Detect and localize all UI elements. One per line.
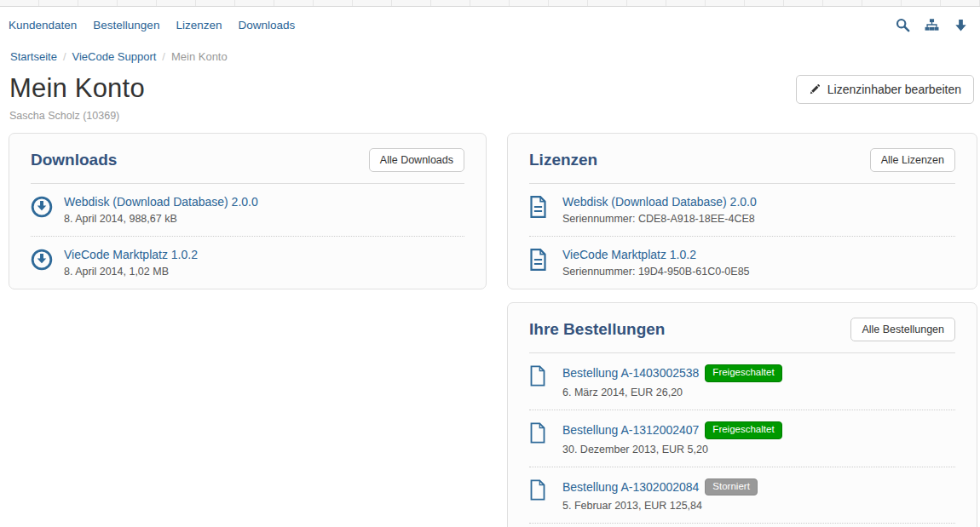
breadcrumb-current: Mein Konto (171, 50, 228, 63)
main-nav-links: Kundendaten Bestellungen Lizenzen Downlo… (9, 19, 311, 32)
file-icon (529, 478, 551, 513)
order-status-badge: Storniert (705, 478, 757, 496)
order-item-body: Bestellung A-1302002084 Storniert 5. Feb… (562, 478, 758, 513)
breadcrumb-startseite[interactable]: Startseite (10, 50, 57, 63)
page-title: Mein Konto (9, 74, 796, 103)
download-circle-icon[interactable] (31, 248, 53, 278)
nav-item-bestellungen[interactable]: Bestellungen (93, 19, 159, 32)
page-titles: Mein Konto Sascha Scholz (10369) (9, 74, 796, 122)
nav-item-downloads[interactable]: Downloads (238, 19, 295, 32)
order-item: Bestellung A-1302002084 Storniert 5. Feb… (529, 467, 955, 524)
download-item-body: VieCode Marktplatz 1.0.2 8. April 2014, … (64, 248, 198, 278)
download-circle-icon[interactable] (31, 195, 53, 225)
order-meta: 30. Dezember 2013, EUR 5,20 (562, 444, 782, 455)
order-status-badge: Freigeschaltet (705, 421, 781, 439)
download-item: Webdisk (Download Database) 2.0.0 8. Apr… (31, 184, 464, 236)
orders-panel-header: Ihre Bestellungen Alle Bestellungen (529, 303, 955, 353)
license-item: VieCode Marktplatz 1.0.2 Seriennummer: 1… (529, 236, 955, 289)
nav-icon-group (896, 18, 968, 32)
breadcrumb: Startseite/VieCode Support/Mein Konto (0, 43, 980, 63)
downloads-panel-header: Downloads Alle Downloads (31, 134, 464, 184)
license-link[interactable]: VieCode Marktplatz 1.0.2 (562, 248, 696, 261)
dashboard-panels: Downloads Alle Downloads Webdisk (Downlo… (0, 122, 980, 527)
download-item-body: Webdisk (Download Database) 2.0.0 8. Apr… (64, 195, 258, 225)
license-item-body: VieCode Marktplatz 1.0.2 Seriennummer: 1… (562, 248, 750, 278)
breadcrumb-separator: / (63, 50, 66, 63)
page-subtitle: Sascha Scholz (10369) (9, 110, 796, 122)
edit-license-holder-button[interactable]: Lizenzinhaber bearbeiten (796, 75, 974, 104)
license-item: Webdisk (Download Database) 2.0.0 Serien… (529, 184, 955, 236)
download-link[interactable]: VieCode Marktplatz 1.0.2 (64, 248, 198, 261)
file-icon (529, 364, 551, 398)
licenses-panel: Lizenzen Alle Lizenzen Webdisk (Download… (507, 133, 977, 289)
all-orders-button[interactable]: Alle Bestellungen (850, 318, 955, 341)
order-link[interactable]: Bestellung A-1302002084 (562, 480, 699, 494)
breadcrumb-viecode-support[interactable]: VieCode Support (72, 50, 157, 63)
download-meta: 8. April 2014, 988,67 kB (64, 213, 258, 225)
nav-item-lizenzen[interactable]: Lizenzen (176, 19, 222, 32)
edit-license-holder-label: Lizenzinhaber bearbeiten (827, 83, 961, 96)
downloads-panel: Downloads Alle Downloads Webdisk (Downlo… (9, 133, 487, 289)
licenses-panel-title: Lizenzen (529, 151, 597, 169)
downloads-panel-title: Downloads (31, 151, 117, 169)
license-serial: Seriennummer: 19D4-950B-61C0-0E85 (562, 266, 750, 278)
main-navigation: Kundendaten Bestellungen Lizenzen Downlo… (0, 7, 980, 43)
file-icon (529, 421, 551, 455)
content-header: Mein Konto Sascha Scholz (10369) Lizenzi… (0, 63, 980, 122)
jump-to-bottom-icon[interactable] (954, 18, 968, 32)
order-link[interactable]: Bestellung A-1403002538 (562, 366, 699, 380)
pencil-icon (809, 83, 821, 95)
download-meta: 8. April 2014, 1,02 MB (64, 266, 198, 278)
right-column: Lizenzen Alle Lizenzen Webdisk (Download… (507, 133, 977, 527)
clipped-top-bar (0, 0, 980, 7)
breadcrumb-separator: / (162, 50, 165, 63)
file-text-icon (529, 248, 551, 278)
order-status-badge: Freigeschaltet (705, 364, 781, 382)
order-item-body: Bestellung A-1403002538 Freigeschaltet 6… (562, 364, 782, 398)
license-link[interactable]: Webdisk (Download Database) 2.0.0 (562, 195, 757, 209)
orders-panel-title: Ihre Bestellungen (529, 320, 665, 339)
license-item-body: Webdisk (Download Database) 2.0.0 Serien… (562, 195, 757, 225)
order-item: Bestellung A-1403002538 Freigeschaltet 6… (529, 353, 955, 410)
nav-item-kundendaten[interactable]: Kundendaten (9, 19, 77, 32)
license-serial: Seriennummer: CDE8-A918-18EE-4CE8 (562, 213, 757, 225)
order-meta: 5. Februar 2013, EUR 125,84 (562, 500, 758, 512)
download-item: VieCode Marktplatz 1.0.2 8. April 2014, … (31, 236, 464, 289)
order-link[interactable]: Bestellung A-1312002407 (562, 423, 699, 437)
orders-panel: Ihre Bestellungen Alle Bestellungen Best… (507, 302, 977, 527)
order-item: Bestellung A-1312002407 Freigeschaltet 3… (529, 410, 955, 467)
all-licenses-button[interactable]: Alle Lizenzen (870, 148, 955, 172)
licenses-panel-header: Lizenzen Alle Lizenzen (529, 134, 955, 184)
sitemap-icon[interactable] (925, 18, 939, 32)
all-downloads-button[interactable]: Alle Downloads (369, 148, 464, 172)
order-item-body: Bestellung A-1312002407 Freigeschaltet 3… (562, 421, 782, 455)
order-item: Bestellung A-1301002081 Storniert 31. Ja… (529, 523, 955, 527)
left-column: Downloads Alle Downloads Webdisk (Downlo… (9, 133, 487, 289)
file-text-icon (529, 195, 551, 225)
download-link[interactable]: Webdisk (Download Database) 2.0.0 (64, 195, 258, 209)
search-icon[interactable] (896, 18, 910, 32)
order-meta: 6. März 2014, EUR 26,20 (562, 387, 782, 398)
